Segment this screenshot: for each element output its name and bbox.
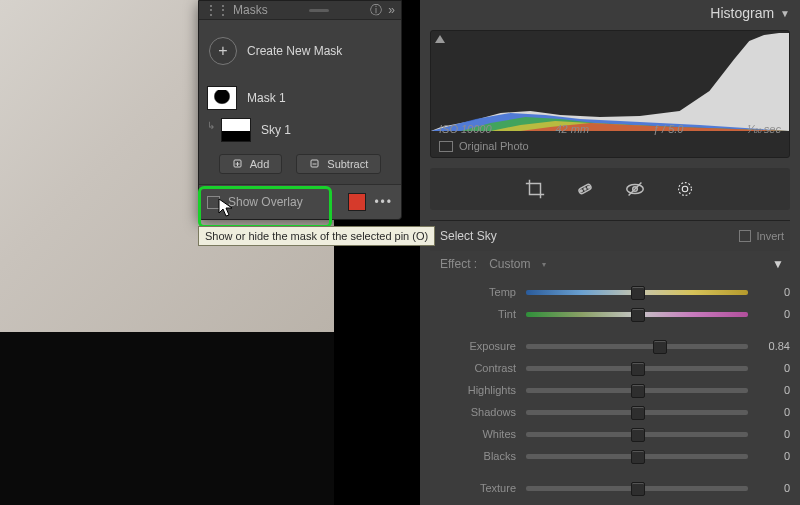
mask-component-sky[interactable]: Sky 1 <box>199 114 401 146</box>
slider-value[interactable]: 0 <box>748 286 790 298</box>
slider-label: Contrast <box>430 362 526 374</box>
tooltip: Show or hide the mask of the selected pi… <box>198 226 435 246</box>
slider-label: Temp <box>430 286 526 298</box>
slider-knob[interactable] <box>631 362 645 376</box>
slider-label: Highlights <box>430 384 526 396</box>
svg-point-8 <box>682 186 688 192</box>
masks-panel[interactable]: ⋮⋮Masks ⓘ» + Create New Mask Mask 1 Sky … <box>198 0 402 220</box>
meta-aperture: ƒ / 5.0 <box>653 123 684 135</box>
mask-tool-icon[interactable] <box>674 178 696 200</box>
invert-checkbox[interactable] <box>739 230 751 242</box>
masks-title: Masks <box>233 3 268 17</box>
slider-value[interactable]: 0 <box>748 482 790 494</box>
plus-icon: + <box>209 37 237 65</box>
histogram-header[interactable]: Histogram ▼ <box>420 0 800 26</box>
slider-value[interactable]: 0 <box>748 362 790 374</box>
slider-knob[interactable] <box>631 428 645 442</box>
effect-dropdown-icon[interactable]: ▾ <box>542 260 546 269</box>
subtract-button[interactable]: Subtract <box>296 154 381 174</box>
slider-knob[interactable] <box>631 406 645 420</box>
slider-exposure: Exposure0.84 <box>430 335 790 357</box>
slider-track[interactable] <box>526 454 748 459</box>
meta-iso: ISO 10000 <box>439 123 492 135</box>
slider-label: Tint <box>430 308 526 320</box>
slider-track[interactable] <box>526 410 748 415</box>
slider-knob[interactable] <box>631 384 645 398</box>
slider-track[interactable] <box>526 344 748 349</box>
meta-shutter: ¹⁄₆₀ sec <box>747 123 781 136</box>
create-new-mask-button[interactable]: + Create New Mask <box>199 20 401 82</box>
slider-knob[interactable] <box>653 340 667 354</box>
section-title: Select Sky <box>440 229 497 243</box>
slider-label: Blacks <box>430 450 526 462</box>
slider-value[interactable]: 0.84 <box>748 340 790 352</box>
info-icon[interactable]: ⓘ <box>370 2 382 19</box>
slider-whites: Whites0 <box>430 423 790 445</box>
mask-item-1[interactable]: Mask 1 <box>199 82 401 114</box>
more-icon[interactable]: ••• <box>374 195 393 209</box>
create-new-mask-label: Create New Mask <box>247 44 342 58</box>
svg-point-1 <box>580 190 582 192</box>
svg-point-7 <box>679 183 692 196</box>
canvas-empty <box>0 332 334 505</box>
slider-track[interactable] <box>526 432 748 437</box>
slider-blacks: Blacks0 <box>430 445 790 467</box>
overlay-color-swatch[interactable] <box>348 193 366 211</box>
chevron-down-icon: ▼ <box>780 8 790 19</box>
add-icon <box>232 158 244 170</box>
effect-label: Effect : <box>440 257 477 271</box>
meta-focal: 42 mm <box>555 123 589 135</box>
original-photo-checkbox[interactable] <box>439 141 453 152</box>
slider-tint: Tint0 <box>430 303 790 325</box>
slider-value[interactable]: 0 <box>748 428 790 440</box>
slider-track[interactable] <box>526 388 748 393</box>
invert-label: Invert <box>756 230 784 242</box>
show-overlay-label: Show Overlay <box>228 195 303 209</box>
slider-knob[interactable] <box>631 450 645 464</box>
slider-knob[interactable] <box>631 482 645 496</box>
slider-knob[interactable] <box>631 308 645 322</box>
svg-point-3 <box>588 186 590 188</box>
slider-label: Shadows <box>430 406 526 418</box>
slider-value[interactable]: 0 <box>748 450 790 462</box>
mask-component-label: Sky 1 <box>261 123 291 137</box>
histogram[interactable]: ISO 10000 42 mm ƒ / 5.0 ¹⁄₆₀ sec Origina… <box>430 30 790 158</box>
slider-track[interactable] <box>526 366 748 371</box>
histogram-graph <box>431 31 789 131</box>
crop-tool-icon[interactable] <box>524 178 546 200</box>
subtract-icon <box>309 158 321 170</box>
slider-value[interactable]: 0 <box>748 384 790 396</box>
mask-item-label: Mask 1 <box>247 91 286 105</box>
slider-track[interactable] <box>526 486 748 491</box>
effect-collapse-icon[interactable]: ▼ <box>772 257 784 271</box>
slider-contrast: Contrast0 <box>430 357 790 379</box>
grip-icon[interactable]: ⋮⋮ <box>205 3 229 17</box>
sky-thumb-icon <box>221 118 251 142</box>
slider-track[interactable] <box>526 290 748 295</box>
slider-value[interactable]: 0 <box>748 308 790 320</box>
slider-knob[interactable] <box>631 286 645 300</box>
slider-track[interactable] <box>526 312 748 317</box>
slider-label: Whites <box>430 428 526 440</box>
histogram-title: Histogram <box>710 5 774 21</box>
svg-point-2 <box>584 188 586 190</box>
slider-highlights: Highlights0 <box>430 379 790 401</box>
show-overlay-checkbox[interactable] <box>207 196 220 209</box>
tool-strip <box>430 168 790 210</box>
redeye-tool-icon[interactable] <box>624 178 646 200</box>
drag-handle-icon[interactable] <box>309 9 329 12</box>
slider-value[interactable]: 0 <box>748 406 790 418</box>
expand-icon[interactable]: » <box>388 3 395 17</box>
effect-value[interactable]: Custom <box>489 257 530 271</box>
slider-shadows: Shadows0 <box>430 401 790 423</box>
sliders-group: Temp0Tint0Exposure0.84Contrast0Highlight… <box>430 281 790 499</box>
right-panel: Histogram ▼ ISO 10000 42 mm ƒ / 5.0 ¹⁄₆₀… <box>420 0 800 505</box>
add-button[interactable]: Add <box>219 154 283 174</box>
original-photo-label: Original Photo <box>459 140 529 152</box>
mask-thumb-icon <box>207 86 237 110</box>
heal-tool-icon[interactable] <box>574 178 596 200</box>
slider-texture: Texture0 <box>430 477 790 499</box>
slider-temp: Temp0 <box>430 281 790 303</box>
slider-label: Texture <box>430 482 526 494</box>
slider-label: Exposure <box>430 340 526 352</box>
